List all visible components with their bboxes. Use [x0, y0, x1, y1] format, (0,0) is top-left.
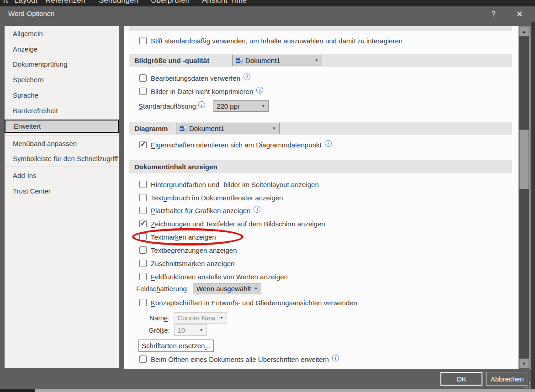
info-icon[interactable]: i: [244, 73, 250, 80]
checkbox[interactable]: [139, 355, 147, 363]
ribbon-tab-ansicht[interactable]: Ansicht: [202, 0, 228, 5]
chart-datapoint-checkbox-row[interactable]: Eigenschaften orientieren sich am Diagra…: [139, 140, 332, 150]
help-icon[interactable]: ?: [485, 6, 502, 22]
checkbox-label: Eigenschaften orientieren sich am Diagra…: [151, 141, 322, 149]
row-zeichnungen[interactable]: Zeichnungen und Textfelder auf dem Bilds…: [139, 219, 325, 229]
sidebar-divider: [5, 135, 119, 136]
document-scope-dropdown[interactable]: W Dokument1 ▼: [232, 55, 322, 66]
sidebar-item-anzeige[interactable]: Anzeige: [5, 43, 119, 54]
sidebar-item-allgemein[interactable]: Allgemein: [5, 28, 119, 39]
ribbon-tab-layout[interactable]: Layout: [14, 0, 37, 5]
checkbox-label: Bilder in Datei nicht komprimieren: [151, 88, 253, 95]
checkbox[interactable]: [139, 74, 147, 82]
checkbox[interactable]: [139, 260, 147, 267]
word-options-dialog: Word-Optionen ? ✕ Allgemein Anzeige Doku…: [0, 6, 535, 389]
ribbon-tab[interactable]: rt: [3, 0, 8, 5]
row-textbegrenzungen[interactable]: Textbegrenzungen anzeigen: [139, 245, 237, 255]
row-zuschnittsmarken[interactable]: Zuschnittsmarken anzeigen: [139, 258, 234, 268]
sidebar-item-sprache[interactable]: Sprache: [5, 89, 119, 100]
row-feldfunktionen[interactable]: Feldfunktionen anstelle von Werten anzei…: [139, 272, 288, 282]
section-title: Bildgröße und -qualität: [129, 57, 209, 64]
row-platzhalter[interactable]: Platzhalter für Grafiken anzeigen i: [139, 205, 260, 215]
info-icon[interactable]: i: [198, 101, 205, 108]
info-icon[interactable]: i: [254, 206, 260, 213]
ok-button[interactable]: OK: [440, 372, 482, 386]
font-size-dropdown[interactable]: 10 ▼: [174, 324, 207, 336]
sidebar-item-barrierefreiheit[interactable]: Barrierefreiheit: [5, 105, 119, 116]
dialog-title: Word-Optionen: [8, 10, 54, 17]
font-name-dropdown[interactable]: Courier New ▼: [174, 312, 227, 324]
status-bar-strip: [0, 389, 535, 392]
dropdown-arrow-icon: ▼: [220, 316, 223, 320]
replace-fonts-button[interactable]: Schriftarten ersetzen...: [138, 340, 214, 352]
info-icon[interactable]: i: [325, 140, 332, 147]
field-shading-row: Feldschattierung: Wenn ausgewählt ▼: [136, 283, 261, 294]
section-bar-dokumentinhalt: Dokumentinhalt anzeigen: [129, 160, 512, 173]
checkbox-label: Zeichnungen und Textfelder auf dem Bilds…: [151, 220, 325, 228]
font-size-row: Größe: 10 ▼: [148, 324, 207, 336]
row-textumbruch[interactable]: Textumbruch im Dokumentfenster anzeigen: [139, 193, 283, 203]
ribbon-tabs-strip: rt Layout Referenzen Sendungen Überprüfe…: [0, 0, 535, 6]
checkbox[interactable]: [139, 141, 147, 148]
dialog-titlebar: Word-Optionen ? ✕: [0, 6, 535, 22]
sidebar-item-erweitert[interactable]: Erweitert: [5, 120, 119, 133]
cancel-button[interactable]: Abbrechen: [486, 372, 528, 386]
pen-option-checkbox-row[interactable]: Stift standardmäßig verwenden, um Inhalt…: [139, 36, 403, 46]
scrollbar-thumb[interactable]: [519, 129, 529, 189]
expand-headings-checkbox-row[interactable]: Beim Öffnen eines Dokuments alle Übersch…: [139, 354, 339, 364]
checkbox[interactable]: [139, 233, 147, 240]
advanced-settings-panel: Stift standardmäßig verwenden, um Inhalt…: [124, 26, 519, 369]
field-label: Feldschattierung:: [136, 285, 189, 293]
checkbox[interactable]: [139, 220, 147, 227]
scroll-down-icon[interactable]: ▼: [519, 358, 529, 369]
checkbox[interactable]: [139, 37, 147, 44]
field-label: Größe:: [148, 326, 170, 334]
dropdown-arrow-icon: ▼: [315, 58, 318, 63]
ribbon-tab-sendungen[interactable]: Sendungen: [99, 0, 138, 5]
word-document-icon: W: [236, 57, 243, 64]
dropdown-value: Wenn ausgewählt: [196, 285, 251, 293]
sidebar-item-speichern[interactable]: Speichern: [5, 74, 119, 85]
dropdown-value: 220 ppi: [217, 102, 239, 110]
checkbox-label: Hintergrundfarben und -bilder im Seitenl…: [151, 181, 319, 188]
ribbon-tab-referenzen[interactable]: Referenzen: [45, 0, 85, 5]
sidebar-item-trust-center[interactable]: Trust Center: [5, 185, 119, 196]
discard-editing-data-checkbox-row[interactable]: Bearbeitungsdaten verwerfen i: [139, 73, 250, 83]
close-icon[interactable]: ✕: [511, 6, 528, 22]
dropdown-arrow-icon: ▼: [261, 104, 265, 108]
sidebar-item-dokumentpruefung[interactable]: Dokumentprüfung: [5, 58, 119, 69]
field-label: Name:: [149, 314, 170, 322]
scroll-up-icon[interactable]: ▲: [519, 26, 529, 37]
info-icon[interactable]: i: [256, 87, 263, 94]
checkbox-label: Beim Öffnen eines Dokuments alle Übersch…: [151, 355, 329, 363]
section-title: Diagramm: [129, 125, 168, 132]
checkbox[interactable]: [139, 299, 147, 306]
row-hintergrundfarben[interactable]: Hintergrundfarben und -bilder im Seitenl…: [139, 179, 319, 189]
field-shading-dropdown[interactable]: Wenn ausgewählt ▼: [193, 283, 261, 294]
checkbox[interactable]: [139, 194, 147, 201]
ribbon-tab-hilfe[interactable]: Hilfe: [231, 0, 247, 5]
checkbox-label: Zuschnittsmarken anzeigen: [151, 260, 234, 267]
no-compression-checkbox-row[interactable]: Bilder in Datei nicht komprimieren i: [139, 86, 263, 96]
document-scope-dropdown[interactable]: W Dokument1 ▼: [176, 123, 280, 134]
word-document-icon: W: [180, 125, 186, 132]
checkbox[interactable]: [139, 207, 147, 214]
info-icon[interactable]: i: [332, 355, 339, 361]
checkbox[interactable]: [139, 88, 147, 95]
dropdown-value: 10: [178, 326, 185, 334]
checkbox[interactable]: [139, 181, 147, 188]
vertical-scrollbar[interactable]: ▲ ▼: [519, 26, 530, 369]
draft-font-checkbox-row[interactable]: Konzeptschriftart in Entwurfs- und Glied…: [139, 298, 357, 308]
window-background-strip: [531, 22, 535, 389]
ribbon-tab-ueberpruefen[interactable]: Überprüfen: [151, 0, 190, 5]
checkbox[interactable]: [139, 273, 147, 280]
resize-grip[interactable]: [524, 382, 526, 384]
default-resolution-dropdown[interactable]: 220 ppi ▼: [213, 100, 269, 112]
dropdown-value: Dokument1: [189, 125, 224, 132]
row-textmarken[interactable]: Textmarken anzeigen: [139, 232, 216, 242]
sidebar-item-menueband-anpassen[interactable]: Menüband anpassen: [5, 138, 119, 149]
sidebar-item-symbolleiste[interactable]: Symbolleiste für den Schnellzugriff: [5, 153, 119, 164]
checkbox[interactable]: [139, 246, 147, 254]
sidebar-item-add-ins[interactable]: Add-Ins: [5, 170, 119, 181]
options-sidebar: Allgemein Anzeige Dokumentprüfung Speich…: [5, 26, 119, 368]
